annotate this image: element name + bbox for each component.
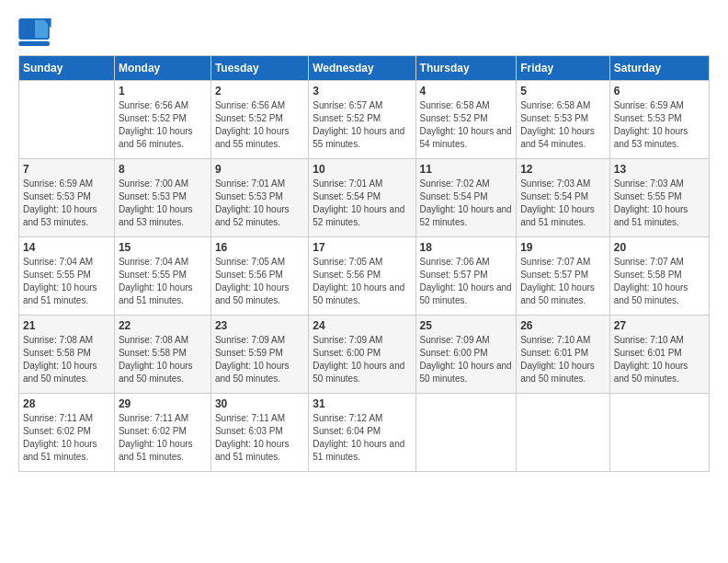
day-number: 30 (215, 397, 304, 410)
day-info: Sunrise: 6:59 AMSunset: 5:53 PMDaylight:… (614, 99, 705, 151)
day-info: Sunrise: 6:59 AMSunset: 5:53 PMDaylight:… (23, 178, 110, 229)
calendar-cell (609, 394, 709, 472)
calendar-cell: 19 Sunrise: 7:07 AMSunset: 5:57 PMDaylig… (517, 237, 610, 316)
calendar-cell: 1 Sunrise: 6:56 AMSunset: 5:52 PMDayligh… (114, 81, 210, 159)
day-number: 25 (420, 319, 513, 332)
day-number: 22 (119, 319, 207, 332)
day-number: 24 (313, 319, 411, 332)
day-number: 19 (520, 241, 606, 254)
calendar-cell: 31 Sunrise: 7:12 AMSunset: 6:04 PMDaylig… (309, 394, 415, 472)
calendar-cell: 17 Sunrise: 7:05 AMSunset: 5:56 PMDaylig… (309, 237, 415, 316)
day-number: 20 (614, 241, 705, 254)
day-number: 21 (23, 319, 110, 332)
svg-rect-3 (18, 41, 50, 46)
calendar-cell: 25 Sunrise: 7:09 AMSunset: 6:00 PMDaylig… (415, 316, 517, 394)
calendar-cell: 28 Sunrise: 7:11 AMSunset: 6:02 PMDaylig… (19, 394, 115, 472)
day-info: Sunrise: 7:05 AMSunset: 5:56 PMDaylight:… (313, 256, 411, 307)
calendar-table: SundayMondayTuesdayWednesdayThursdayFrid… (18, 55, 710, 472)
day-info: Sunrise: 7:01 AMSunset: 5:53 PMDaylight:… (215, 178, 304, 229)
calendar-cell: 3 Sunrise: 6:57 AMSunset: 5:52 PMDayligh… (309, 81, 415, 159)
calendar-cell (19, 81, 115, 159)
day-info: Sunrise: 7:10 AMSunset: 6:01 PMDaylight:… (614, 334, 705, 385)
logo-icon (18, 18, 51, 46)
calendar-cell: 18 Sunrise: 7:06 AMSunset: 5:57 PMDaylig… (415, 237, 517, 316)
day-number: 13 (614, 163, 705, 176)
day-info: Sunrise: 7:07 AMSunset: 5:57 PMDaylight:… (520, 256, 606, 307)
day-info: Sunrise: 7:11 AMSunset: 6:02 PMDaylight:… (119, 412, 207, 464)
day-number: 7 (23, 163, 110, 176)
day-number: 9 (215, 163, 304, 176)
day-number: 11 (420, 163, 513, 176)
day-number: 8 (119, 163, 207, 176)
day-number: 29 (119, 397, 207, 410)
day-number: 1 (119, 85, 207, 98)
calendar-cell: 21 Sunrise: 7:08 AMSunset: 5:58 PMDaylig… (19, 316, 115, 394)
calendar-cell: 6 Sunrise: 6:59 AMSunset: 5:53 PMDayligh… (609, 81, 709, 159)
day-number: 6 (614, 85, 705, 98)
day-number: 12 (520, 163, 606, 176)
calendar-cell: 22 Sunrise: 7:08 AMSunset: 5:58 PMDaylig… (114, 316, 210, 394)
calendar-cell: 4 Sunrise: 6:58 AMSunset: 5:52 PMDayligh… (415, 81, 517, 159)
calendar-header-row: SundayMondayTuesdayWednesdayThursdayFrid… (19, 56, 710, 81)
calendar-cell: 10 Sunrise: 7:01 AMSunset: 5:54 PMDaylig… (309, 159, 415, 237)
day-info: Sunrise: 7:03 AMSunset: 5:55 PMDaylight:… (614, 178, 705, 229)
day-info: Sunrise: 6:58 AMSunset: 5:52 PMDaylight:… (420, 99, 513, 151)
day-number: 27 (614, 319, 705, 332)
day-info: Sunrise: 7:06 AMSunset: 5:57 PMDaylight:… (420, 256, 513, 307)
calendar-week-row: 1 Sunrise: 6:56 AMSunset: 5:52 PMDayligh… (19, 81, 710, 159)
calendar-cell (415, 394, 517, 472)
day-info: Sunrise: 7:11 AMSunset: 6:03 PMDaylight:… (215, 412, 304, 464)
calendar-cell: 26 Sunrise: 7:10 AMSunset: 6:01 PMDaylig… (517, 316, 610, 394)
day-info: Sunrise: 7:09 AMSunset: 5:59 PMDaylight:… (215, 334, 304, 385)
day-number: 15 (119, 241, 207, 254)
header-day-monday: Monday (114, 56, 210, 81)
calendar-cell: 27 Sunrise: 7:10 AMSunset: 6:01 PMDaylig… (609, 316, 709, 394)
day-number: 5 (520, 85, 606, 98)
day-info: Sunrise: 7:05 AMSunset: 5:56 PMDaylight:… (215, 256, 304, 307)
calendar-cell: 7 Sunrise: 6:59 AMSunset: 5:53 PMDayligh… (19, 159, 115, 237)
calendar-week-row: 21 Sunrise: 7:08 AMSunset: 5:58 PMDaylig… (19, 316, 710, 394)
day-info: Sunrise: 6:56 AMSunset: 5:52 PMDaylight:… (215, 99, 304, 151)
day-number: 16 (215, 241, 304, 254)
calendar-cell: 20 Sunrise: 7:07 AMSunset: 5:58 PMDaylig… (609, 237, 709, 316)
day-number: 18 (420, 241, 513, 254)
calendar-cell: 24 Sunrise: 7:09 AMSunset: 6:00 PMDaylig… (309, 316, 415, 394)
day-info: Sunrise: 7:08 AMSunset: 5:58 PMDaylight:… (119, 334, 207, 385)
calendar-cell: 12 Sunrise: 7:03 AMSunset: 5:54 PMDaylig… (517, 159, 610, 237)
day-number: 4 (420, 85, 513, 98)
header-day-thursday: Thursday (415, 56, 517, 81)
day-info: Sunrise: 7:01 AMSunset: 5:54 PMDaylight:… (313, 178, 411, 229)
calendar-cell: 8 Sunrise: 7:00 AMSunset: 5:53 PMDayligh… (114, 159, 210, 237)
header-day-wednesday: Wednesday (309, 56, 415, 81)
day-number: 14 (23, 241, 110, 254)
calendar-cell: 11 Sunrise: 7:02 AMSunset: 5:54 PMDaylig… (415, 159, 517, 237)
day-info: Sunrise: 7:04 AMSunset: 5:55 PMDaylight:… (119, 256, 207, 307)
day-info: Sunrise: 7:00 AMSunset: 5:53 PMDaylight:… (119, 178, 207, 229)
svg-marker-1 (35, 20, 48, 38)
calendar-cell (517, 394, 610, 472)
day-number: 10 (313, 163, 411, 176)
day-info: Sunrise: 7:10 AMSunset: 6:01 PMDaylight:… (520, 334, 606, 385)
day-number: 28 (23, 397, 110, 410)
calendar-cell: 15 Sunrise: 7:04 AMSunset: 5:55 PMDaylig… (114, 237, 210, 316)
logo (18, 18, 53, 46)
day-number: 17 (313, 241, 411, 254)
calendar-cell: 2 Sunrise: 6:56 AMSunset: 5:52 PMDayligh… (210, 81, 308, 159)
calendar-week-row: 14 Sunrise: 7:04 AMSunset: 5:55 PMDaylig… (19, 237, 710, 316)
day-info: Sunrise: 6:58 AMSunset: 5:53 PMDaylight:… (520, 99, 606, 151)
day-info: Sunrise: 7:02 AMSunset: 5:54 PMDaylight:… (420, 178, 513, 229)
day-number: 26 (520, 319, 606, 332)
day-number: 23 (215, 319, 304, 332)
calendar-cell: 14 Sunrise: 7:04 AMSunset: 5:55 PMDaylig… (19, 237, 115, 316)
day-info: Sunrise: 7:11 AMSunset: 6:02 PMDaylight:… (23, 412, 110, 464)
calendar-week-row: 28 Sunrise: 7:11 AMSunset: 6:02 PMDaylig… (19, 394, 710, 472)
day-info: Sunrise: 7:08 AMSunset: 5:58 PMDaylight:… (23, 334, 110, 385)
header-day-tuesday: Tuesday (210, 56, 308, 81)
day-info: Sunrise: 7:12 AMSunset: 6:04 PMDaylight:… (313, 412, 411, 464)
calendar-cell: 13 Sunrise: 7:03 AMSunset: 5:55 PMDaylig… (609, 159, 709, 237)
day-info: Sunrise: 7:09 AMSunset: 6:00 PMDaylight:… (313, 334, 411, 385)
day-number: 3 (313, 85, 411, 98)
header-day-sunday: Sunday (19, 56, 115, 81)
day-info: Sunrise: 7:03 AMSunset: 5:54 PMDaylight:… (520, 178, 606, 229)
day-info: Sunrise: 7:04 AMSunset: 5:55 PMDaylight:… (23, 256, 110, 307)
